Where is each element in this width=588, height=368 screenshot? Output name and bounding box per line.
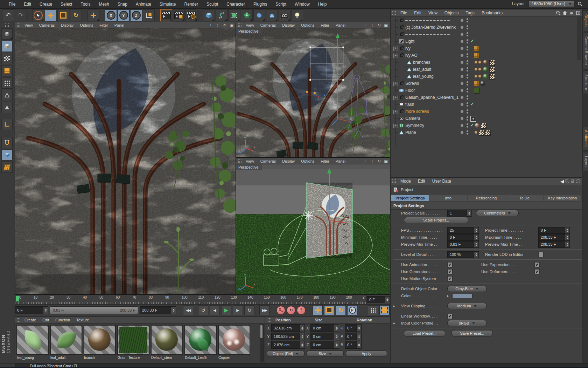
add-volume-button[interactable] — [253, 9, 265, 21]
om-menu-tags[interactable]: Tags — [463, 9, 478, 16]
camera-view-toggle[interactable] — [470, 116, 476, 122]
current-frame-field[interactable]: 0 F — [367, 296, 390, 303]
viewport-menu-cameras[interactable]: Cameras — [258, 23, 279, 27]
redo-button[interactable]: ↷ — [15, 9, 27, 21]
layer-dot[interactable] — [461, 68, 463, 71]
enabled-check-icon[interactable]: ✔ — [470, 123, 474, 128]
spinner[interactable] — [171, 307, 176, 314]
spinner[interactable] — [356, 325, 361, 332]
object-row[interactable]: – – – – – – – – – – – – – — [391, 17, 582, 24]
spinner[interactable] — [334, 325, 339, 332]
preview-range-slider[interactable]: 0.83 F 208.33 F — [50, 306, 138, 314]
object-row[interactable]: Light ✔ — [391, 38, 582, 45]
position-z-field[interactable]: 2.876 cm — [271, 341, 305, 349]
layer-dot[interactable] — [461, 61, 463, 64]
polygons-mode-button[interactable] — [1, 102, 13, 113]
panel-grip[interactable] — [16, 318, 21, 322]
viewport-canvas[interactable]: Perspective y x z — [236, 164, 390, 294]
search-icon[interactable] — [556, 11, 561, 15]
use-animation-checkbox[interactable]: ✔ — [447, 262, 453, 267]
move-tool-button[interactable] — [45, 9, 57, 21]
object-row-selected[interactable]: + more screws — [391, 108, 582, 115]
record-keyframe-button[interactable] — [276, 306, 285, 315]
material-item[interactable]: leaf_young — [16, 325, 49, 360]
display-tag[interactable] — [474, 53, 479, 58]
viewport-menu-options[interactable]: Options — [298, 159, 317, 163]
spinner[interactable] — [356, 341, 361, 348]
expand-toggle[interactable]: + — [393, 110, 398, 114]
path-icon[interactable] — [569, 11, 574, 15]
viewport-dolly-icon[interactable]: ↕ — [215, 23, 220, 28]
viewport-camera-label[interactable]: Perspective — [236, 28, 262, 34]
layer-dot[interactable] — [461, 26, 463, 29]
maximum-time-field[interactable]: 208.33 F — [538, 234, 570, 241]
om-menu-objects[interactable]: Objects — [441, 9, 462, 16]
viewport-dolly-icon[interactable]: ↕ — [370, 159, 374, 164]
tab-layers[interactable]: Layers — [582, 152, 588, 171]
viewport-rotate-icon[interactable]: ↻ — [377, 159, 382, 164]
viewport-main[interactable]: View Cameras Display Options Filter Pane… — [15, 22, 236, 295]
tab-key-interpolation[interactable]: Key Interpolation — [544, 195, 581, 201]
fps-field[interactable]: 25 — [447, 227, 479, 234]
expand-toggle[interactable]: + — [393, 47, 398, 51]
material-item[interactable]: Default_stem — [151, 325, 183, 360]
layer-dot[interactable] — [461, 82, 463, 85]
layer-dot[interactable] — [461, 33, 463, 36]
history-icon[interactable] — [576, 179, 581, 184]
save-preset-button[interactable]: Save Preset... — [451, 330, 493, 336]
uvw-tag[interactable] — [489, 60, 495, 66]
viewport-menu-filter[interactable]: Filter — [97, 23, 111, 27]
viewport-menu-options[interactable]: Options — [298, 23, 317, 27]
home-icon[interactable] — [562, 11, 567, 15]
viewport-bottom-right[interactable]: View Cameras Display Options Filter Pane… — [236, 158, 390, 295]
tab-info[interactable]: Info — [429, 195, 467, 201]
material-item[interactable]: Copper — [218, 325, 250, 360]
panel-grip[interactable] — [16, 23, 21, 27]
material-menu-function[interactable]: Function — [52, 318, 73, 322]
tab-to-do[interactable]: To Do — [505, 195, 543, 201]
spinner[interactable] — [467, 210, 471, 216]
viewport-menu-panel[interactable]: Panel — [333, 23, 348, 27]
project-scale-unit-dropdown[interactable]: Centimeters — [476, 210, 519, 216]
spinner[interactable] — [385, 297, 390, 303]
viewport-maximize-icon[interactable]: ▣ — [229, 23, 234, 28]
spinner[interactable] — [43, 307, 48, 314]
phong-tag[interactable] — [478, 68, 481, 70]
viewport-menu-view[interactable]: View — [243, 23, 257, 27]
play-reverse-button[interactable]: ↺ — [198, 305, 208, 315]
object-row[interactable]: Camera — [391, 115, 582, 122]
layer-dot[interactable] — [461, 19, 463, 22]
viewport-maximize-icon[interactable]: ▣ — [384, 23, 388, 28]
uvw-tag[interactable] — [481, 123, 486, 129]
add-deformer-button[interactable] — [241, 9, 253, 21]
material-menu-texture[interactable]: Texture — [74, 318, 92, 322]
visibility-dots[interactable] — [467, 88, 468, 90]
edges-mode-button[interactable] — [1, 90, 13, 101]
size-mode-dropdown[interactable]: Size — [307, 350, 344, 357]
points-mode-button[interactable] — [1, 77, 13, 89]
visibility-dots[interactable] — [467, 109, 468, 111]
panel-grip[interactable] — [238, 23, 242, 27]
timeline-window-button[interactable] — [379, 305, 390, 315]
viewport-menu-display[interactable]: Display — [58, 23, 76, 27]
menu-help[interactable]: Help — [314, 0, 331, 8]
object-row[interactable]: + Screws — [391, 80, 582, 87]
spinner[interactable] — [565, 227, 569, 233]
object-tree-scrollbar[interactable] — [578, 18, 581, 60]
snap-button[interactable] — [1, 137, 13, 148]
visibility-dots[interactable] — [467, 95, 468, 97]
add-generator-button[interactable] — [228, 9, 240, 21]
menu-file[interactable]: File — [5, 0, 19, 8]
add-environment-button[interactable] — [266, 9, 278, 21]
attr-menu-mode[interactable]: Mode — [397, 178, 414, 185]
tab-structure[interactable]: Structure — [582, 70, 588, 94]
record-parameter-toggle[interactable]: P — [347, 305, 357, 315]
tab-attributes[interactable]: Attributes — [582, 126, 588, 150]
viewport-pan-icon[interactable]: + — [363, 23, 368, 28]
layer-dot[interactable] — [461, 47, 463, 50]
keyframe-selection-button[interactable] — [368, 305, 378, 315]
loop-button[interactable]: ↻ — [244, 305, 254, 315]
spinner[interactable] — [474, 241, 478, 247]
visibility-dots[interactable] — [467, 39, 468, 41]
menu-tools[interactable]: Tools — [77, 0, 94, 8]
